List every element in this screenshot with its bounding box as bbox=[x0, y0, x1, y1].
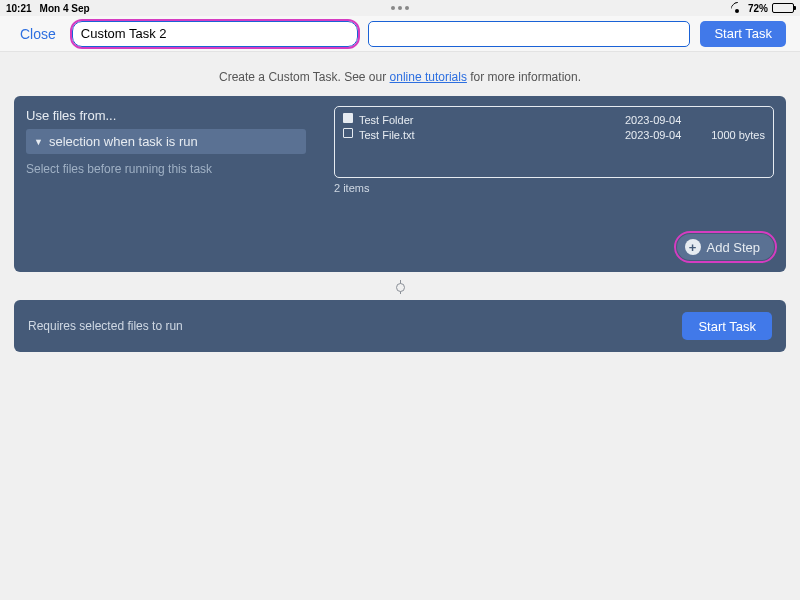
status-bar: 10:21 Mon 4 Sep 72% bbox=[0, 0, 800, 16]
file-list[interactable]: Test Folder 2023-09-04 Test File.txt 202… bbox=[334, 106, 774, 178]
add-step-button[interactable]: + Add Step bbox=[677, 234, 775, 260]
footer-text: Requires selected files to run bbox=[28, 319, 183, 333]
close-button[interactable]: Close bbox=[14, 26, 62, 42]
file-date: 2023-09-04 bbox=[625, 113, 695, 128]
add-step-label: Add Step bbox=[707, 240, 761, 255]
info-text: Create a Custom Task. See our online tut… bbox=[0, 52, 800, 96]
start-task-button-bottom[interactable]: Start Task bbox=[682, 312, 772, 340]
wifi-icon bbox=[730, 3, 744, 13]
plus-circle-icon: + bbox=[685, 239, 701, 255]
list-item[interactable]: Test File.txt 2023-09-04 1000 bytes bbox=[343, 128, 765, 143]
tutorials-link[interactable]: online tutorials bbox=[390, 70, 467, 84]
multitask-dots-icon[interactable] bbox=[391, 6, 409, 10]
folder-icon bbox=[343, 113, 353, 123]
file-source-dropdown[interactable]: ▼ selection when task is run bbox=[26, 129, 306, 154]
start-task-button-top[interactable]: Start Task bbox=[700, 21, 786, 47]
file-name: Test File.txt bbox=[359, 128, 619, 143]
info-prefix: Create a Custom Task. See our bbox=[219, 70, 390, 84]
file-size: 1000 bytes bbox=[701, 128, 765, 143]
battery-icon bbox=[772, 3, 794, 13]
connector-node-icon bbox=[396, 283, 405, 292]
item-count: 2 items bbox=[334, 182, 369, 194]
files-panel: Use files from... ▼ selection when task … bbox=[14, 96, 786, 272]
list-item[interactable]: Test Folder 2023-09-04 bbox=[343, 113, 765, 128]
task-name-input[interactable] bbox=[72, 21, 358, 47]
file-date: 2023-09-04 bbox=[625, 128, 695, 143]
file-name: Test Folder bbox=[359, 113, 619, 128]
secondary-input[interactable] bbox=[368, 21, 691, 47]
chevron-down-icon: ▼ bbox=[34, 137, 43, 147]
dropdown-label: selection when task is run bbox=[49, 134, 198, 149]
nav-bar: Close Start Task bbox=[0, 16, 800, 52]
file-size bbox=[701, 113, 765, 128]
status-date: Mon 4 Sep bbox=[40, 3, 90, 14]
step-connector bbox=[0, 280, 800, 294]
info-suffix: for more information. bbox=[467, 70, 581, 84]
battery-percent: 72% bbox=[748, 3, 768, 14]
status-time: 10:21 bbox=[6, 3, 32, 14]
file-icon bbox=[343, 128, 353, 138]
footer-panel: Requires selected files to run Start Tas… bbox=[14, 300, 786, 352]
